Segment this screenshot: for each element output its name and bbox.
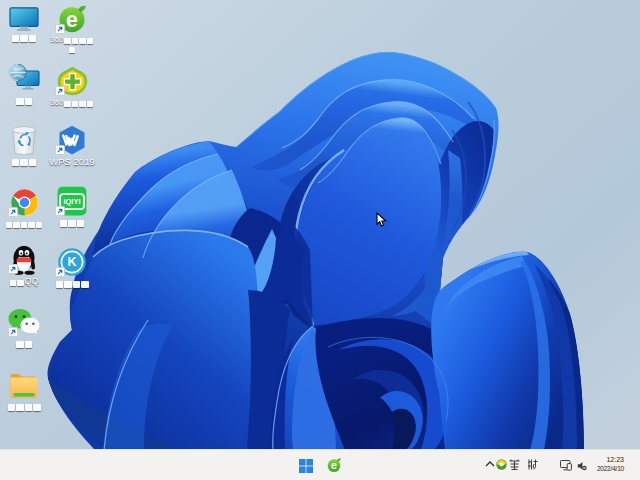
svg-text:K: K — [67, 255, 76, 269]
svg-text:e: e — [66, 8, 78, 32]
svg-text:iQIYI: iQIYI — [63, 197, 80, 206]
svg-text:e: e — [331, 459, 337, 471]
